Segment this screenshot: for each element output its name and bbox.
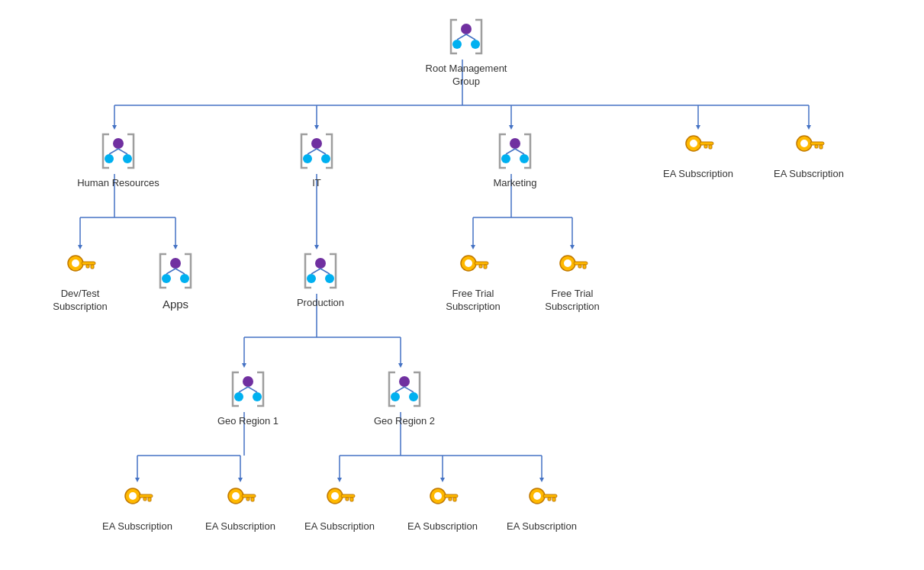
svg-rect-119	[251, 498, 254, 501]
ea2-sub-icon	[790, 128, 827, 165]
hr-label: Human Resources	[77, 177, 159, 190]
node-georegion1: Geo Region 1	[206, 366, 290, 428]
svg-rect-124	[350, 498, 353, 501]
svg-rect-94	[484, 265, 487, 269]
georegion2-mgmt-icon	[382, 366, 427, 412]
devtest-sub-icon	[62, 248, 98, 285]
svg-point-132	[533, 492, 541, 500]
georegion2-label: Geo Region 2	[374, 415, 435, 428]
node-hr: Human Resources	[76, 128, 160, 190]
marketing-label: Marketing	[493, 177, 536, 190]
svg-line-105	[248, 387, 257, 392]
svg-point-86	[315, 258, 326, 269]
node-ea-gr2-1: EA Subscription	[301, 481, 378, 533]
svg-point-127	[434, 492, 442, 500]
svg-line-65	[515, 149, 524, 154]
freetrial1-sub-icon	[455, 248, 491, 285]
root-mgmt-icon	[443, 14, 489, 60]
node-ea-gr2-2: EA Subscription	[404, 481, 481, 533]
svg-point-63	[520, 154, 529, 163]
apps-mgmt-icon	[153, 248, 198, 294]
node-devtest: Dev/Test Subscription	[42, 248, 118, 314]
svg-line-60	[317, 149, 326, 154]
svg-rect-135	[548, 498, 551, 501]
svg-point-61	[510, 138, 520, 149]
svg-rect-99	[583, 265, 586, 269]
svg-point-56	[311, 138, 322, 149]
svg-point-107	[391, 392, 400, 401]
ea1-sub-icon	[680, 128, 716, 165]
node-ea-gr2-3: EA Subscription	[504, 481, 580, 533]
root-label: Root Management Group	[424, 63, 508, 89]
svg-rect-123	[341, 494, 355, 498]
svg-line-54	[109, 149, 118, 154]
svg-rect-95	[479, 265, 482, 268]
svg-rect-98	[574, 262, 588, 265]
svg-rect-75	[815, 145, 818, 148]
svg-line-89	[311, 269, 320, 274]
svg-line-109	[395, 387, 404, 392]
svg-point-112	[129, 492, 137, 500]
freetrial2-sub-icon	[554, 248, 591, 285]
ea-gr1-2-label: EA Subscription	[205, 520, 275, 533]
ea-gr1-1-label: EA Subscription	[102, 520, 172, 533]
node-it: IT	[278, 128, 355, 190]
svg-point-77	[72, 259, 79, 267]
svg-rect-73	[810, 142, 824, 145]
svg-point-83	[180, 274, 189, 283]
svg-rect-133	[543, 494, 557, 498]
production-mgmt-icon	[298, 248, 343, 294]
svg-point-46	[461, 24, 472, 34]
svg-rect-113	[139, 494, 153, 498]
svg-rect-78	[82, 262, 95, 265]
production-label: Production	[297, 297, 344, 310]
ea-gr2-2-sub-icon	[424, 481, 461, 517]
devtest-label: Dev/Test Subscription	[42, 288, 118, 314]
svg-point-88	[325, 274, 334, 283]
node-ea-gr1-1: EA Subscription	[99, 481, 175, 533]
svg-point-97	[564, 259, 571, 267]
svg-point-52	[105, 154, 114, 163]
it-label: IT	[312, 177, 321, 190]
ea-gr2-1-sub-icon	[321, 481, 358, 517]
svg-rect-134	[552, 498, 555, 501]
diagram: Root Management Group Human Resources IT	[0, 0, 924, 570]
ea1-label: EA Subscription	[663, 168, 733, 181]
svg-point-58	[321, 154, 330, 163]
svg-line-49	[457, 34, 466, 40]
marketing-mgmt-icon	[492, 128, 538, 174]
svg-point-48	[471, 40, 480, 49]
ea-gr2-3-label: EA Subscription	[507, 520, 577, 533]
ea2-label: EA Subscription	[774, 168, 844, 181]
svg-line-85	[175, 269, 185, 274]
ea-gr1-1-sub-icon	[119, 481, 156, 517]
svg-line-90	[320, 269, 330, 274]
svg-point-106	[399, 376, 410, 387]
svg-point-62	[501, 154, 510, 163]
node-ea-gr1-2: EA Subscription	[202, 481, 278, 533]
svg-point-57	[303, 154, 312, 163]
svg-rect-69	[709, 145, 712, 149]
georegion1-mgmt-icon	[225, 366, 271, 412]
svg-rect-114	[148, 498, 151, 501]
node-ea2: EA Subscription	[771, 128, 847, 181]
svg-point-72	[800, 140, 808, 147]
svg-rect-93	[475, 262, 488, 265]
svg-rect-74	[819, 145, 823, 149]
ea-gr2-3-sub-icon	[523, 481, 560, 517]
svg-rect-129	[453, 498, 456, 501]
node-ea1: EA Subscription	[660, 128, 736, 181]
svg-point-102	[234, 392, 243, 401]
svg-point-92	[465, 259, 472, 267]
svg-rect-70	[704, 145, 707, 148]
node-root: Root Management Group	[424, 14, 508, 89]
svg-rect-130	[449, 498, 452, 501]
georegion1-label: Geo Region 1	[217, 415, 278, 428]
svg-line-104	[239, 387, 248, 392]
svg-line-59	[307, 149, 317, 154]
svg-point-87	[307, 274, 316, 283]
freetrial2-label: Free Trial Subscription	[534, 288, 610, 314]
node-freetrial1: Free Trial Subscription	[435, 248, 511, 314]
svg-rect-120	[246, 498, 250, 501]
node-georegion2: Geo Region 2	[362, 366, 446, 428]
